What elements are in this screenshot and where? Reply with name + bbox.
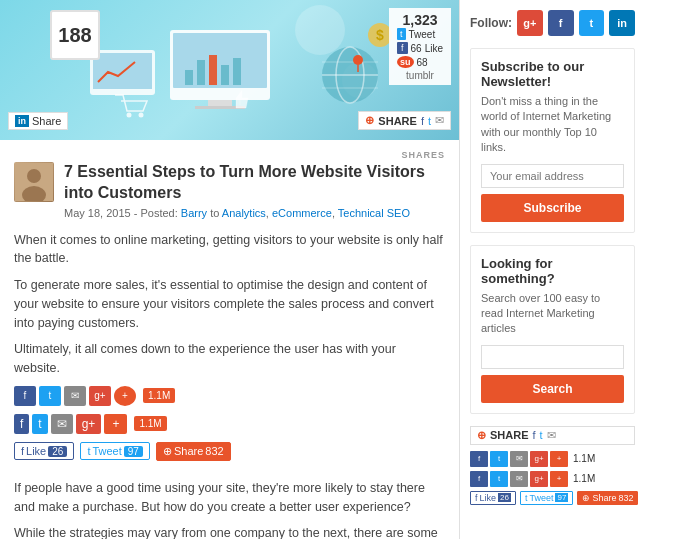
sidebar-addthis-icon: ⊕ — [477, 429, 486, 442]
share-pill[interactable]: ⊕ Share 832 — [156, 442, 231, 461]
mini-gp-btn[interactable]: g+ — [530, 451, 548, 467]
mini-share-count-2: 1.1M — [573, 473, 595, 484]
mini-add2-btn[interactable]: + — [550, 471, 568, 487]
mini-share-stat[interactable]: ⊕ Share 832 — [577, 491, 638, 505]
fb-like-pill[interactable]: f Like 26 — [14, 442, 74, 460]
stumbleupon-icon: su — [397, 56, 414, 68]
bottom-para-1: If people have a good time using your si… — [14, 479, 445, 517]
twitter-icon: t — [397, 28, 406, 40]
fb-like-count: 26 — [48, 446, 67, 457]
search-input[interactable] — [481, 345, 624, 369]
linkedin-share-button[interactable]: in Share — [8, 112, 68, 130]
like-button[interactable]: f 66 Like — [397, 42, 443, 54]
facebook-like-icon: f — [397, 42, 408, 54]
share-add-large[interactable]: + — [104, 414, 127, 434]
hero-share-bar: ⊕ SHARE f t ✉ — [358, 111, 451, 130]
category-seo[interactable]: Technical SEO — [338, 207, 410, 219]
author-link[interactable]: Barry — [181, 207, 207, 219]
mini-fb-like-icon: f — [475, 493, 478, 503]
mini-fb2-btn[interactable]: f — [470, 471, 488, 487]
share-count-2: 1.1M — [134, 416, 166, 431]
article-title: 7 Essential Steps to Turn More Website V… — [64, 162, 445, 204]
sidebar-fb-icon: f — [533, 429, 536, 441]
mini-tw2-btn[interactable]: t — [490, 471, 508, 487]
article-byline: May 18, 2015 - Posted: Barry to Analytic… — [64, 207, 445, 219]
tumblr-label: tumblr — [397, 70, 443, 81]
stumbleupon-button[interactable]: su 68 — [397, 56, 443, 68]
follow-twitter-btn[interactable]: t — [579, 10, 605, 36]
share-bar[interactable]: ⊕ SHARE f t ✉ — [358, 111, 451, 130]
facebook-share-icon: f — [421, 115, 424, 127]
share-icon: ⊕ — [163, 445, 172, 458]
svg-point-25 — [27, 169, 41, 183]
sidebar-tw-icon: t — [540, 429, 543, 441]
svg-point-0 — [295, 5, 345, 55]
sidebar-share-bar[interactable]: ⊕ SHARE f t ✉ — [470, 426, 635, 445]
search-title: Looking for something? — [481, 256, 624, 286]
share-gp-btn[interactable]: g+ — [89, 386, 111, 406]
tweet-count: 97 — [124, 446, 143, 457]
mini-fb-stat[interactable]: f Like 26 — [470, 491, 516, 505]
article-meta: 7 Essential Steps to Turn More Website V… — [14, 162, 445, 221]
mini-tweet-icon: t — [525, 493, 528, 503]
mini-gp2-btn[interactable]: g+ — [530, 471, 548, 487]
tweet-icon: t — [87, 445, 90, 457]
article-para-2: To generate more sales, it's essential t… — [14, 276, 445, 332]
share-tw-large[interactable]: t — [32, 414, 47, 434]
mini-add-btn[interactable]: + — [550, 451, 568, 467]
follow-linkedin-btn[interactable]: in — [609, 10, 635, 36]
shares-label: SHARES — [401, 150, 445, 160]
mini-social-row-2: f t ✉ g+ + 1.1M — [470, 471, 635, 487]
search-box: Looking for something? Search over 100 e… — [470, 245, 635, 414]
email-share-icon: ✉ — [435, 114, 444, 127]
article-body: When it comes to online marketing, getti… — [14, 231, 445, 378]
follow-gplus-btn[interactable]: g+ — [517, 10, 543, 36]
share-fb-btn[interactable]: f — [14, 386, 36, 406]
share-em-large[interactable]: ✉ — [51, 414, 73, 434]
share-tw-btn[interactable]: t — [39, 386, 61, 406]
article-para-1: When it comes to online marketing, getti… — [14, 231, 445, 269]
share-fb-large[interactable]: f — [14, 414, 29, 434]
share-gp-large[interactable]: g+ — [76, 414, 102, 434]
follow-facebook-btn[interactable]: f — [548, 10, 574, 36]
sidebar-share-section: ⊕ SHARE f t ✉ f t ✉ g+ + 1.1M f t ✉ g+ + — [470, 426, 635, 505]
social-row-1: f t ✉ g+ + 1.1M — [14, 386, 445, 406]
mini-tw-btn[interactable]: t — [490, 451, 508, 467]
svg-point-23 — [138, 113, 143, 118]
share-add-btn[interactable]: + — [114, 386, 136, 406]
share-count-3: 832 — [205, 445, 223, 457]
article-section: SHARES 7 Essential Steps to Turn More We… — [0, 140, 459, 479]
sidebar: Follow: g+ f t in Subscribe to our Newsl… — [460, 0, 645, 539]
search-desc: Search over 100 easy to read Internet Ma… — [481, 291, 624, 337]
article-para-3: Ultimately, it all comes down to the exp… — [14, 340, 445, 378]
fb-like-icon: f — [21, 445, 24, 457]
svg-point-22 — [126, 113, 131, 118]
linkedin-icon: in — [15, 115, 29, 127]
tweet-button[interactable]: t Tweet — [397, 28, 443, 40]
email-input[interactable] — [481, 164, 624, 188]
svg-rect-9 — [221, 65, 229, 85]
newsletter-title: Subscribe to our Newsletter! — [481, 59, 624, 89]
mini-fb-btn[interactable]: f — [470, 451, 488, 467]
mini-em2-btn[interactable]: ✉ — [510, 471, 528, 487]
newsletter-desc: Don't miss a thing in the world of Inter… — [481, 94, 624, 156]
tweet-pill[interactable]: t Tweet 97 — [80, 442, 150, 460]
share-em-btn[interactable]: ✉ — [64, 386, 86, 406]
main-content: $ 188 in — [0, 0, 460, 539]
mini-share-count-1: 1.1M — [573, 453, 595, 464]
category-ecommerce[interactable]: eCommerce — [272, 207, 332, 219]
svg-rect-8 — [209, 55, 217, 85]
share-count-1: 1.1M — [143, 388, 175, 403]
mini-em-btn[interactable]: ✉ — [510, 451, 528, 467]
bottom-content: If people have a good time using your si… — [0, 479, 459, 539]
category-analytics[interactable]: Analytics — [222, 207, 266, 219]
addthis-icon: ⊕ — [365, 114, 374, 127]
bottom-para-2: While the strategies may vary from one c… — [14, 524, 445, 539]
svg-rect-4 — [208, 100, 232, 106]
twitter-share-icon: t — [428, 115, 431, 127]
hero-area: $ 188 in — [0, 0, 459, 140]
subscribe-button[interactable]: Subscribe — [481, 194, 624, 222]
sidebar-em-icon: ✉ — [547, 429, 556, 442]
search-button[interactable]: Search — [481, 375, 624, 403]
mini-tweet-stat[interactable]: t Tweet 97 — [520, 491, 573, 505]
